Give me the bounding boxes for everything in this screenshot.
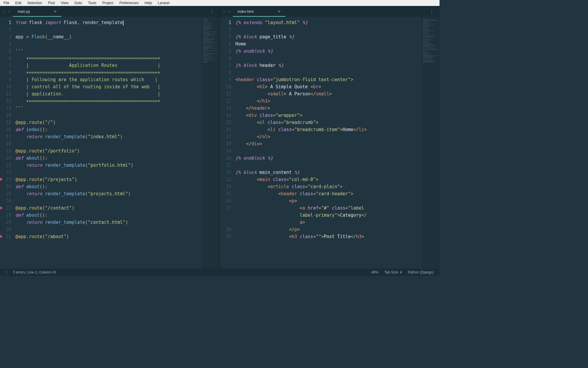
menu-preferences[interactable]: Preferences	[116, 0, 142, 6]
menu-view[interactable]: View	[58, 0, 72, 6]
editor-area: ‹›main.py✕⋮12345678910111213141516171819…	[0, 6, 440, 269]
tab-label: index.html	[238, 10, 254, 14]
tabbar: ‹›main.py✕⋮	[0, 6, 220, 17]
close-icon[interactable]: ✕	[54, 10, 57, 14]
minimap[interactable]	[422, 17, 440, 269]
tab-options-icon[interactable]: ⋮	[207, 6, 217, 17]
tabbar: ‹›index.html✕⋮	[220, 6, 440, 17]
status-syntax[interactable]: Python (Django)	[405, 270, 437, 274]
nav-back-icon[interactable]: ‹	[224, 9, 225, 14]
tab-main.py[interactable]: main.py✕	[13, 7, 61, 17]
status-tabsize[interactable]: Tab Size: 4	[381, 270, 405, 274]
minimap[interactable]	[202, 17, 220, 269]
code-content[interactable]: from flask import Flask, render_template…	[14, 17, 202, 269]
code-content[interactable]: {% extends "layout.html" %} {% block pag…	[234, 17, 422, 269]
editor-pane-1: ‹›index.html✕⋮12345678910111213141516171…	[220, 6, 440, 269]
menu-project[interactable]: Project	[99, 0, 116, 6]
menu-tools[interactable]: Tools	[85, 0, 99, 6]
nav-forward-icon[interactable]: ›	[228, 9, 230, 14]
code-area[interactable]: 1234567891011121314151617181920212223242…	[220, 17, 440, 269]
menu-goto[interactable]: Goto	[72, 0, 85, 6]
statusbar: ⋮ 3 errors, Line 1, Column 41 49% Tab Si…	[0, 269, 440, 276]
tab-options-icon[interactable]: ⋮	[427, 6, 437, 17]
gutter[interactable]: 1234567891011121314151617181920212223242…	[0, 17, 14, 269]
status-menu-icon[interactable]: ⋮	[3, 270, 10, 274]
menu-find[interactable]: Find	[45, 0, 58, 6]
code-area[interactable]: 1234567891011121314151617181920212223242…	[0, 17, 220, 269]
tab-label: main.py	[18, 10, 30, 14]
status-zoom[interactable]: 49%	[368, 270, 381, 274]
menubar: FileEditSelectionFindViewGotoToolsProjec…	[0, 0, 440, 6]
menu-file[interactable]: File	[1, 0, 12, 6]
status-cursor-info[interactable]: 3 errors, Line 1, Column 41	[10, 270, 59, 274]
menu-laravel[interactable]: Laravel	[155, 0, 172, 6]
menu-edit[interactable]: Edit	[12, 0, 24, 6]
nav-back-icon[interactable]: ‹	[4, 9, 5, 14]
gutter[interactable]: 1234567891011121314151617181920212223242…	[220, 17, 234, 269]
nav-forward-icon[interactable]: ›	[9, 9, 10, 14]
menu-selection[interactable]: Selection	[24, 0, 45, 6]
menu-help[interactable]: Help	[142, 0, 155, 6]
editor-pane-0: ‹›main.py✕⋮12345678910111213141516171819…	[0, 6, 220, 269]
tab-index.html[interactable]: index.html✕	[233, 7, 285, 17]
close-icon[interactable]: ✕	[278, 10, 281, 14]
